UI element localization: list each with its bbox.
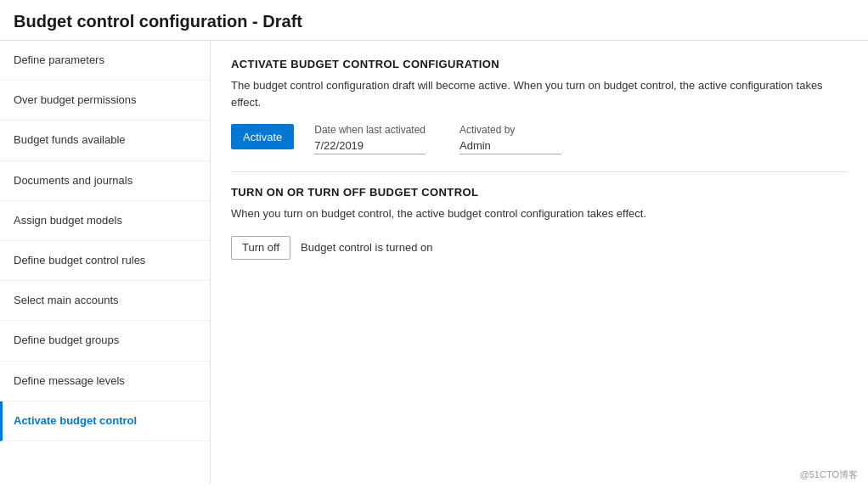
sidebar-item-assign-budget-models[interactable]: Assign budget models — [0, 201, 210, 241]
field-group: Date when last activated 7/22/2019 Activ… — [314, 124, 561, 154]
sidebar-item-define-parameters[interactable]: Define parameters — [0, 41, 210, 81]
turn-off-row: Turn off Budget control is turned on — [231, 236, 848, 260]
activate-section-title: ACTIVATE BUDGET CONTROL CONFIGURATION — [231, 58, 848, 70]
turn-off-button[interactable]: Turn off — [231, 236, 290, 260]
sidebar-item-select-main-accounts[interactable]: Select main accounts — [0, 281, 210, 321]
sidebar-item-documents-and-journals[interactable]: Documents and journals — [0, 161, 210, 201]
activated-by-label: Activated by — [459, 124, 561, 136]
page-title: Budget control configuration - Draft — [0, 0, 868, 41]
activated-by-field: Activated by Admin — [459, 124, 561, 154]
sidebar-item-budget-funds-available[interactable]: Budget funds available — [0, 121, 210, 160]
sidebar-item-over-budget-permissions[interactable]: Over budget permissions — [0, 81, 210, 121]
section-divider — [231, 171, 848, 172]
date-label: Date when last activated — [314, 124, 426, 136]
date-field: Date when last activated 7/22/2019 — [314, 124, 426, 154]
sidebar-item-activate-budget-control[interactable]: Activate budget control — [0, 401, 210, 441]
turn-off-section-desc: When you turn on budget control, the act… — [231, 205, 848, 222]
main-content: ACTIVATE BUDGET CONTROL CONFIGURATION Th… — [211, 41, 868, 484]
budget-control-status: Budget control is turned on — [301, 241, 432, 254]
sidebar-item-define-budget-groups[interactable]: Define budget groups — [0, 321, 210, 361]
sidebar-item-define-budget-control-rules[interactable]: Define budget control rules — [0, 241, 210, 281]
turn-off-section-title: TURN ON OR TURN OFF BUDGET CONTROL — [231, 186, 848, 199]
activated-by-value: Admin — [459, 139, 561, 154]
activate-section-desc: The budget control configuration draft w… — [231, 77, 848, 110]
sidebar: Define parametersOver budget permissions… — [0, 41, 211, 484]
activate-row: Activate Date when last activated 7/22/2… — [231, 124, 848, 154]
watermark: @51CTO博客 — [800, 468, 858, 481]
date-value: 7/22/2019 — [314, 139, 426, 154]
activate-button[interactable]: Activate — [231, 124, 294, 149]
sidebar-item-define-message-levels[interactable]: Define message levels — [0, 362, 210, 401]
